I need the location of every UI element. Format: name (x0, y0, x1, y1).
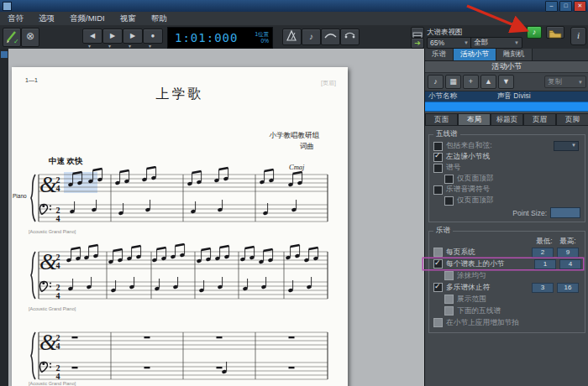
tab-active-measure[interactable]: 活动小节 (454, 49, 496, 60)
rewind-button[interactable]: ◀ (82, 29, 102, 44)
pencil-tool-button[interactable]: ✓ (3, 28, 21, 47)
circle-x-icon: ⊗ (26, 30, 34, 42)
menu-item-help[interactable]: 帮助 (144, 12, 175, 25)
subtab-footer[interactable]: 页脚 (556, 113, 588, 125)
checkbox[interactable] (433, 153, 443, 162)
rewind-dropdown-caret[interactable]: ▾ (88, 43, 91, 49)
record-button[interactable]: ● (143, 29, 163, 44)
min-value-field[interactable]: 1 (534, 259, 556, 269)
time-counter: 1:01:000 (175, 31, 238, 44)
max-value-field[interactable]: 4 (559, 259, 581, 269)
instrument-patch-label: [Acoustic Grand Piano] (29, 381, 76, 386)
option-row-top-of-page-only-2: 仅页面顶部 (433, 196, 580, 206)
instrument-label: Piano (13, 193, 27, 199)
menu-item-notes[interactable]: 音符 (0, 12, 31, 25)
checkbox[interactable] (433, 318, 443, 327)
play-button[interactable]: ▶ (123, 29, 143, 44)
subtab-title-page[interactable]: 标题页 (491, 113, 523, 125)
zoom-value: 65% (430, 39, 444, 47)
view-grid-icon-button[interactable] (411, 27, 424, 38)
max-value-field[interactable]: 9 (557, 248, 579, 258)
menu-item-options[interactable]: 选项 (31, 12, 62, 25)
tie-tool-button[interactable] (340, 29, 360, 45)
play-dropdown-caret[interactable]: ▾ (129, 43, 131, 49)
slur-tool-button[interactable] (321, 29, 340, 45)
copy-dropdown[interactable]: 复制 ▼ (544, 76, 586, 88)
max-header: 最高: (557, 237, 579, 247)
min-value-field[interactable]: 3 (532, 283, 554, 293)
checkbox[interactable] (433, 259, 443, 269)
credit-line[interactable]: 词曲 (300, 142, 314, 152)
menu-item-audio-midi[interactable]: 音频/MIDI (62, 12, 113, 25)
checkbox[interactable] (444, 196, 454, 206)
range-dropdown[interactable]: 全部 ▼ (470, 37, 522, 49)
tab-score[interactable]: 乐谱 (425, 49, 454, 60)
selected-measure-row[interactable] (425, 102, 588, 112)
arrow-icon: ➔ (414, 39, 421, 47)
option-row-include-chords: 包括来自和弦: ▼ (433, 141, 580, 151)
forward-button[interactable]: ▶ (102, 29, 123, 44)
subtab-layout[interactable]: 布局 (458, 113, 491, 125)
checkbox[interactable] (444, 271, 454, 280)
tab-engraver[interactable]: 雕刻机 (496, 49, 533, 60)
main-toolbar: ✓ ⊗ ◀ ▶ ▶ ● ▾ ▾ ▾ ▾ 1:01:000 1位置 0% ♪ (0, 25, 588, 50)
score-page[interactable]: 1—1 上学歌 [页眉] 小学教唱教研组 词曲 中速 欢快 Cmaj Piano… (12, 67, 348, 386)
range-value: 全部 (474, 38, 488, 48)
close-button[interactable]: ✕ (574, 1, 586, 12)
score-title[interactable]: 上学歌 (12, 86, 348, 103)
checkbox[interactable] (444, 175, 454, 184)
checkbox[interactable] (433, 142, 443, 151)
checkbox[interactable] (433, 164, 443, 173)
chord-style-dropdown[interactable]: ▼ (554, 141, 579, 151)
info-button[interactable]: i (570, 27, 586, 45)
note-tool-button[interactable]: ♪ (302, 29, 321, 45)
record-dropdown-caret[interactable]: ▾ (149, 43, 151, 49)
panel-tool-button-5[interactable]: ▼ (498, 75, 514, 89)
staff-group: 五线谱 包括来自和弦: ▼ 左边缘小节线 谱号 仅页面顶部 乐谱音调符号 仅页面… (428, 129, 585, 222)
eraser-tool-button[interactable]: ⊗ (21, 28, 39, 47)
max-value-field[interactable]: 16 (557, 283, 579, 293)
point-size-field[interactable] (550, 207, 580, 218)
subtab-page[interactable]: 页面 (425, 113, 458, 125)
panel-tool-button-4[interactable]: ▲ (480, 75, 496, 89)
menu-item-window[interactable]: 视窗 (113, 12, 144, 25)
palette-handle[interactable] (1, 51, 8, 58)
checkbox[interactable] (444, 306, 454, 316)
minimize-button[interactable]: – (545, 1, 558, 12)
music-system-2[interactable]: &2424 (27, 243, 338, 305)
score-area[interactable]: 1—1 上学歌 [页眉] 小学教唱教研组 词曲 中速 欢快 Cmaj Piano… (8, 49, 424, 386)
music-system-1[interactable]: &2424 (27, 166, 338, 228)
option-row-clef: 谱号 (433, 163, 580, 173)
forward-dropdown-caret[interactable]: ▾ (108, 43, 111, 49)
metronome-icon (285, 29, 299, 42)
svg-text:&: & (39, 330, 57, 355)
menu-bar: 音符 选项 音频/MIDI 视窗 帮助 (0, 12, 588, 26)
svg-text:4: 4 (56, 261, 60, 270)
checkbox[interactable] (433, 248, 443, 257)
music-system-3[interactable]: &2424 (27, 324, 338, 386)
slur-icon (323, 29, 338, 42)
svg-text:4: 4 (56, 342, 60, 351)
panel-toolbar: ♪ ▦ + ▲ ▼ 复制 ▼ (425, 73, 588, 91)
maximize-button[interactable]: □ (559, 1, 572, 12)
option-row-systems-per-page: 每页系统 2 9 (433, 247, 580, 258)
metronome-tool-button[interactable] (282, 29, 302, 45)
min-value-field[interactable]: 2 (532, 248, 554, 258)
zoom-dropdown[interactable]: 65% ▼ (427, 37, 472, 49)
time-position-label: 1位置 (255, 31, 269, 38)
panel-tool-button-3[interactable]: + (463, 75, 479, 89)
subtab-header[interactable]: 页眉 (523, 113, 556, 125)
header-placeholder: [页眉] (321, 79, 336, 87)
panel-tool-button-2[interactable]: ▦ (445, 75, 461, 89)
folder-button[interactable] (546, 26, 564, 39)
add-track-button[interactable]: ♪ (527, 26, 542, 39)
svg-text:&: & (39, 249, 57, 274)
panel-tool-button-1[interactable]: ♪ (428, 75, 444, 89)
option-row-spread-evenly: 涂抹均匀 (433, 270, 580, 281)
checkbox[interactable] (444, 295, 454, 304)
checkbox[interactable] (433, 185, 443, 195)
checkbox[interactable] (433, 283, 443, 292)
goto-arrow-button[interactable]: ➔ (411, 38, 424, 49)
option-row-measures-per-system: 每个谱表上的小节 1 4 (423, 258, 583, 269)
credit-line[interactable]: 小学教唱教研组 (270, 131, 320, 141)
